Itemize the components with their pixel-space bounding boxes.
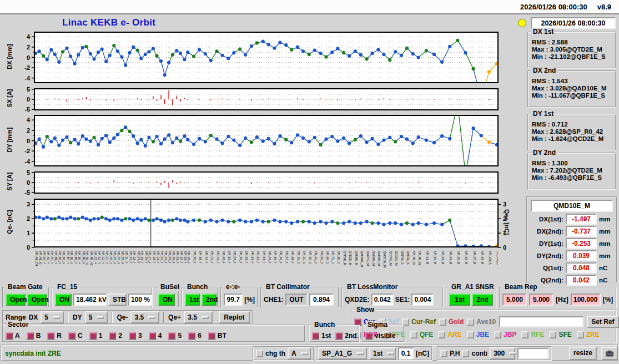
svg-text:-4: -4 xyxy=(24,158,31,165)
svg-text:2: 2 xyxy=(27,127,30,134)
x-axis-label: SP_13_4 xyxy=(133,251,136,264)
sector-b-label: B xyxy=(36,332,41,340)
x-axis-label: SP_26_4 xyxy=(168,251,172,264)
range-dx-dropdown[interactable]: 5 xyxy=(41,311,64,323)
screenshot-button[interactable] xyxy=(601,347,618,360)
sector-r-checkbox[interactable] xyxy=(47,332,54,340)
dy-plot[interactable]: 420-2-4 xyxy=(17,115,527,166)
range-qep-dropdown[interactable]: 3.5 xyxy=(184,311,213,323)
show-gold-checkbox[interactable] xyxy=(439,318,446,326)
x-axis-label: SP_2M_B xyxy=(496,251,498,265)
svg-text:-5: -5 xyxy=(24,106,30,113)
ref-file-input[interactable] xyxy=(499,316,583,327)
sigma-group: Sigma visible xyxy=(362,325,404,342)
beam-gate-open2-button[interactable]: Open xyxy=(27,294,47,306)
x-axis-label: SP_B6_4 xyxy=(74,251,78,264)
sector-bt-checkbox[interactable] xyxy=(208,332,215,340)
qmd-row-unit: mm xyxy=(599,228,610,235)
x-axis-label: SP_2M_A xyxy=(489,251,492,265)
sector-b-checkbox[interactable] xyxy=(27,332,34,340)
show-qfe-label: QFE xyxy=(420,331,434,338)
show-qfe-checkbox[interactable] xyxy=(410,331,417,338)
bunch-1st-label: 1st xyxy=(321,332,331,340)
bunch-2nd-button[interactable]: 2nd xyxy=(202,294,217,306)
resize-button[interactable]: resize xyxy=(569,347,597,360)
x-axis-label: SP_34_4 xyxy=(187,251,190,264)
x-axis-label: QTD2E_M xyxy=(349,251,352,265)
sector-2-checkbox[interactable] xyxy=(109,332,116,340)
svg-text:4: 4 xyxy=(27,33,31,40)
fc15-on-button[interactable]: ON xyxy=(55,294,72,306)
sector-5-checkbox[interactable] xyxy=(168,332,175,340)
x-axis-label: SP_21_4 xyxy=(157,251,160,264)
ph-label: P.H xyxy=(450,350,460,357)
stat-group-title: DY 1st xyxy=(531,110,555,118)
svg-text:2: 2 xyxy=(27,44,30,50)
sy-plot[interactable]: 50-5 xyxy=(17,171,527,194)
range-qem-dropdown[interactable]: 3.5 xyxy=(130,311,159,323)
set-ref-button[interactable]: Set Ref xyxy=(587,316,618,328)
chg-th-checkbox[interactable] xyxy=(256,350,263,357)
beam-gate-open1-button[interactable]: Open xyxy=(6,294,26,306)
che1-label: CHE1: xyxy=(264,296,284,304)
top-bar: 2026/01/26 08:00:30 v8.9 xyxy=(0,0,619,14)
show-jbe-checkbox[interactable] xyxy=(467,331,474,338)
qe-right-axis-title: Qe+ [nC] xyxy=(504,197,510,247)
bunch-1st-checkbox[interactable] xyxy=(312,332,319,340)
show-rfe-checkbox[interactable] xyxy=(521,331,529,338)
svg-text:-5: -5 xyxy=(24,189,30,196)
qe-plot[interactable]: 32103210 xyxy=(17,199,527,247)
replot-button[interactable]: Replot xyxy=(219,311,250,323)
x-axis-label: SP_C4_4 xyxy=(105,251,109,264)
show-sfe-checkbox[interactable] xyxy=(549,331,556,338)
gr-snsr-1st-button[interactable]: 1st xyxy=(449,294,470,306)
bt-collimator-value-field: 0.894 xyxy=(309,294,334,306)
bunch-dropdown[interactable]: 1st xyxy=(369,347,396,360)
chg-th-dropdown[interactable]: A xyxy=(288,347,311,360)
sector-a-label: A xyxy=(15,332,20,340)
qmd-row-unit: nC xyxy=(599,277,607,284)
threshold-unit: [nC] xyxy=(416,350,429,357)
svg-text:2: 2 xyxy=(27,215,30,222)
sector-a-checkbox[interactable] xyxy=(6,332,13,340)
svg-text:-2: -2 xyxy=(24,64,30,71)
threshold-field[interactable]: 0.1 xyxy=(398,347,414,360)
bt-lossmonitor-group: BT LossMonitor QXD2E: 0.042 SE1: 0.004 xyxy=(341,287,444,308)
ph-checkbox[interactable] xyxy=(440,350,447,357)
device-dropdown[interactable]: SP_A1_G xyxy=(318,347,367,360)
show-zre-checkbox[interactable] xyxy=(577,331,584,338)
qmd-row: DX(1st):-1.497mm xyxy=(529,214,615,225)
sector-3-label: 3 xyxy=(138,332,142,340)
conti-checkbox[interactable] xyxy=(462,350,469,357)
sector-4-checkbox[interactable] xyxy=(149,332,156,340)
x-axis-label: SP_2E_1 xyxy=(303,251,306,264)
sector-6-checkbox[interactable] xyxy=(188,332,195,340)
x-axis-label: QBF2E_S xyxy=(406,251,410,265)
sector-1-label: 1 xyxy=(99,332,103,340)
sector-c-checkbox[interactable] xyxy=(68,332,76,340)
sector-3-checkbox[interactable] xyxy=(129,332,136,340)
che1-status-field: OUT xyxy=(285,294,308,306)
x-axis-label: QAD10E_M xyxy=(360,251,364,267)
range-dy-dropdown[interactable]: 5 xyxy=(85,311,108,323)
busel-on-button[interactable]: ON xyxy=(158,294,175,306)
x-axis-label: SP_24_4 xyxy=(164,251,168,264)
dx-plot[interactable]: 420-2-4 xyxy=(17,32,527,83)
show-ave10-checkbox[interactable] xyxy=(467,318,474,326)
show-jbp-checkbox[interactable] xyxy=(494,331,501,338)
gr-snsr-2nd-button[interactable]: 2nd xyxy=(472,294,493,306)
sx-plot[interactable]: 50-5 xyxy=(17,88,527,110)
bunch-2nd-checkbox[interactable] xyxy=(335,332,343,340)
svg-text:0: 0 xyxy=(27,138,30,144)
beam-gate-label: Beam Gate xyxy=(6,283,44,291)
sector-label: Sector xyxy=(6,321,30,328)
sector-5-label: 5 xyxy=(178,332,182,340)
bunch-1st-button[interactable]: 1st xyxy=(185,294,200,306)
show-are-checkbox[interactable] xyxy=(438,331,445,338)
points-dropdown[interactable]: 300 xyxy=(490,347,515,360)
status-input[interactable] xyxy=(517,348,548,359)
top-bar-datetime: 2026/01/26 08:00:30 xyxy=(520,3,587,11)
sector-1-checkbox[interactable] xyxy=(89,332,97,340)
sigma-visible-checkbox[interactable] xyxy=(365,332,373,340)
fc15-stb-button[interactable]: STB xyxy=(108,294,127,306)
